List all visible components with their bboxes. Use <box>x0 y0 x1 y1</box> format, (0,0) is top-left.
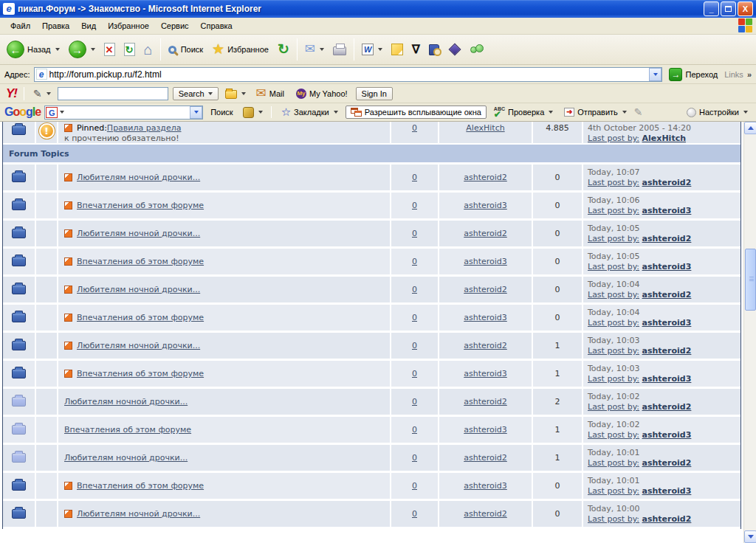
back-dropdown-icon[interactable] <box>55 48 60 51</box>
google-logo[interactable]: Google <box>4 106 41 119</box>
last-post-by-link[interactable]: Last post by: <box>588 514 639 524</box>
replies-link[interactable]: 0 <box>412 123 417 133</box>
yahoo-apps-button[interactable] <box>223 88 248 100</box>
last-poster-link[interactable]: ashteroid3 <box>642 430 692 440</box>
starter-link[interactable]: AlexHitch <box>466 123 504 133</box>
last-post-by-link[interactable]: Last post by: <box>588 206 639 215</box>
search-button[interactable]: Поиск <box>165 43 207 56</box>
mail-button[interactable]: ✉ <box>301 41 328 58</box>
topic-link[interactable]: Любителям ночной дрочки... <box>77 229 200 238</box>
topic-link[interactable]: Любителям ночной дрочки... <box>77 341 200 350</box>
bookmarks-button[interactable]: ☆ Закладки <box>278 103 342 121</box>
refresh-button[interactable]: ↻ <box>120 41 139 58</box>
address-dropdown-button[interactable] <box>649 68 662 81</box>
menu-file[interactable]: Файл <box>4 19 36 32</box>
last-poster-link[interactable]: ashteroid3 <box>642 206 692 215</box>
topic-link[interactable]: Любителям ночной дрочки... <box>77 509 200 519</box>
menu-edit[interactable]: Правка <box>36 19 75 32</box>
replies-link[interactable]: 0 <box>412 229 417 238</box>
forward-dropdown-icon[interactable] <box>91 48 95 51</box>
print-button[interactable] <box>329 41 350 58</box>
starter-link[interactable]: ashteroid2 <box>464 285 507 294</box>
starter-link[interactable]: ashteroid3 <box>464 257 507 266</box>
replies-link[interactable]: 0 <box>412 341 417 350</box>
starter-link[interactable]: ashteroid2 <box>464 453 507 463</box>
topic-link[interactable]: Впечатления об этом форуме <box>77 481 204 491</box>
yahoo-logo[interactable]: Y! <box>6 86 17 101</box>
last-post-by-link[interactable]: Last post by: <box>588 402 639 412</box>
yahoo-search-input[interactable] <box>58 87 168 100</box>
topic-link[interactable]: Впечатления об этом форуме <box>64 425 191 435</box>
replies-link[interactable]: 0 <box>412 369 417 378</box>
google-site-search-button[interactable] <box>241 106 265 119</box>
starter-link[interactable]: ashteroid3 <box>464 369 507 378</box>
links-chevron-icon[interactable]: » <box>747 70 752 79</box>
starter-link[interactable]: ashteroid3 <box>464 481 507 491</box>
yahoo-search-button[interactable]: Search <box>173 87 219 100</box>
last-poster-link[interactable]: ashteroid2 <box>642 402 692 412</box>
topic-link[interactable]: Впечатления об этом форуме <box>77 369 204 378</box>
google-search-dropdown[interactable] <box>190 106 202 119</box>
replies-link[interactable]: 0 <box>412 425 417 435</box>
replies-link[interactable]: 0 <box>412 453 417 463</box>
stop-button[interactable]: ✕ <box>100 41 119 58</box>
back-button[interactable]: ← Назад <box>3 38 63 60</box>
replies-link[interactable]: 0 <box>412 201 417 210</box>
scroll-down-button[interactable] <box>744 530 756 543</box>
encarta-button[interactable] <box>444 41 465 58</box>
menu-tools[interactable]: Сервис <box>155 19 195 32</box>
send-to-button[interactable]: ➜ Отправить <box>560 106 630 119</box>
starter-link[interactable]: ashteroid2 <box>464 341 507 350</box>
links-label[interactable]: Links <box>724 70 743 79</box>
last-poster-link[interactable]: ashteroid2 <box>642 458 692 468</box>
starter-link[interactable]: ashteroid3 <box>464 201 507 210</box>
notes-button[interactable] <box>388 41 407 58</box>
popup-blocker-button[interactable]: Разрешить всплывающие окна <box>346 106 487 119</box>
research-button[interactable] <box>425 42 443 58</box>
menu-view[interactable]: Вид <box>75 19 102 32</box>
replies-link[interactable]: 0 <box>412 397 417 407</box>
pinned-topic-link[interactable]: Правила раздела <box>107 123 182 133</box>
google-search-input[interactable] <box>64 107 190 118</box>
google-g-icon[interactable]: G <box>46 107 58 118</box>
menu-help[interactable]: Справка <box>195 19 238 32</box>
topic-link[interactable]: Впечатления об этом форуме <box>77 201 204 210</box>
google-settings-button[interactable]: Настройки <box>683 106 752 120</box>
last-post-by-link[interactable]: Last post by: <box>588 486 639 496</box>
last-post-by-link[interactable]: Last post by: <box>588 178 639 187</box>
tools-button[interactable]: ∇ <box>408 41 424 58</box>
restore-button[interactable] <box>721 1 736 16</box>
topic-link[interactable]: Любителям ночной дрочки... <box>64 453 188 463</box>
last-poster-link[interactable]: ashteroid2 <box>642 290 692 300</box>
last-poster-link[interactable]: ashteroid2 <box>642 346 692 356</box>
topic-link[interactable]: Впечатления об этом форуме <box>77 313 204 322</box>
replies-link[interactable]: 0 <box>412 285 417 294</box>
last-post-by-link[interactable]: Last post by: <box>588 458 639 468</box>
starter-link[interactable]: ashteroid2 <box>464 397 507 407</box>
starter-link[interactable]: ashteroid2 <box>464 173 507 182</box>
go-button[interactable]: → Переход <box>666 67 721 82</box>
favorites-button[interactable]: ★ Избранное <box>208 41 272 58</box>
history-button[interactable]: ↻ <box>274 41 293 58</box>
replies-link[interactable]: 0 <box>412 313 417 322</box>
last-post-by-link[interactable]: Last post by: <box>588 134 639 143</box>
google-search-button[interactable]: Поиск <box>207 106 236 119</box>
edit-with-word-button[interactable]: W <box>358 41 386 58</box>
last-post-by-link[interactable]: Last post by: <box>588 234 639 243</box>
starter-link[interactable]: ashteroid3 <box>464 313 507 322</box>
vertical-scrollbar[interactable] <box>743 122 756 543</box>
address-input[interactable] <box>49 69 650 80</box>
topic-link[interactable]: Любителям ночной дрочки... <box>64 397 188 407</box>
last-post-by-link[interactable]: Last post by: <box>588 346 639 356</box>
last-post-by-link[interactable]: Last post by: <box>588 318 639 328</box>
last-post-by-link[interactable]: Last post by: <box>588 374 639 384</box>
last-poster-link[interactable]: ashteroid2 <box>642 514 692 524</box>
replies-link[interactable]: 0 <box>412 481 417 491</box>
last-poster-link[interactable]: ashteroid2 <box>642 234 692 243</box>
forward-button[interactable]: → <box>65 38 99 60</box>
menu-favorites[interactable]: Избранное <box>102 19 155 32</box>
last-poster-link[interactable]: ashteroid3 <box>642 486 692 496</box>
last-poster-link[interactable]: ashteroid2 <box>642 178 692 187</box>
last-poster-link[interactable]: ashteroid3 <box>642 318 692 328</box>
scrollbar-thumb[interactable] <box>745 249 756 311</box>
